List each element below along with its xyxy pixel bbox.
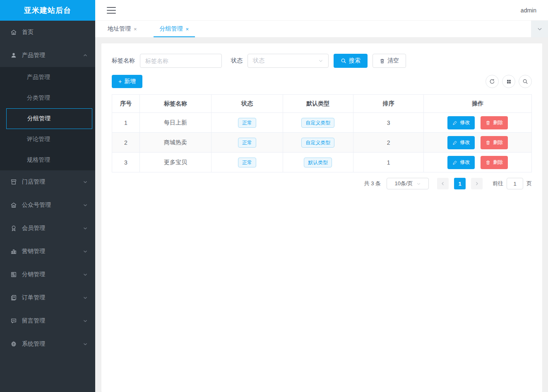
- groups-table: 序号 标签名称 状态 默认类型 排序 操作 1 每日上新 正常 自定义类型 3: [112, 94, 532, 172]
- submenu-item-spec-manage[interactable]: 规格管理: [0, 150, 95, 170]
- type-badge: 默认类型: [304, 158, 332, 167]
- app-logo: 亚米建站后台: [0, 0, 95, 21]
- search-button[interactable]: 搜索: [334, 54, 368, 68]
- trash-icon: [486, 120, 490, 125]
- jump-suffix-label: 页: [526, 180, 532, 187]
- page-size-select[interactable]: 10条/页: [387, 178, 429, 189]
- submenu-item-product-manage[interactable]: 产品管理: [0, 67, 95, 88]
- grid-icon: [506, 79, 512, 84]
- hamburger-icon[interactable]: [107, 7, 116, 14]
- refresh-button[interactable]: [486, 75, 499, 88]
- tag-name-input[interactable]: [140, 54, 222, 68]
- trash-icon: [486, 160, 490, 165]
- sidebar-item-system[interactable]: 系统管理: [0, 332, 95, 356]
- edit-button[interactable]: 修改: [447, 116, 475, 129]
- name-field-label: 标签名称: [112, 57, 135, 65]
- user-icon: [10, 52, 17, 59]
- close-icon[interactable]: ×: [186, 26, 189, 32]
- chevron-down-icon: [83, 295, 88, 300]
- chevron-down-icon: [83, 272, 88, 277]
- columns-button[interactable]: [502, 75, 515, 88]
- message-icon: [10, 318, 17, 324]
- sidebar-item-marketing[interactable]: 营销管理: [0, 240, 95, 263]
- search-icon: [522, 79, 528, 84]
- jump-page-input[interactable]: [507, 178, 523, 189]
- close-icon[interactable]: ×: [134, 26, 137, 32]
- type-badge: 自定义类型: [301, 138, 334, 148]
- tab-bar: 地址管理 × 分组管理 ×: [95, 21, 548, 37]
- chevron-down-icon: [83, 249, 88, 254]
- sidebar-item-distribution[interactable]: 分销管理: [0, 263, 95, 286]
- sidebar-item-label: 分销管理: [22, 271, 45, 278]
- table-toolbar: + 新增: [112, 75, 532, 88]
- sidebar-item-label: 营销管理: [22, 248, 45, 255]
- edit-button[interactable]: 修改: [447, 136, 475, 149]
- col-header-status: 状态: [212, 95, 283, 113]
- prev-page-button[interactable]: [437, 178, 449, 189]
- submenu-item-comment-manage[interactable]: 评论管理: [0, 129, 95, 150]
- content-card: 标签名称 状态 状态 搜索 清空: [101, 43, 542, 392]
- search-icon: [341, 58, 346, 64]
- cell-name: 更多宝贝: [139, 153, 211, 172]
- chevron-right-icon: [474, 181, 479, 186]
- username[interactable]: admin: [521, 7, 536, 14]
- delete-button[interactable]: 删除: [481, 136, 508, 149]
- chevron-down-icon: [318, 58, 323, 63]
- submenu-item-group-manage[interactable]: 分组管理: [6, 108, 92, 129]
- next-page-button[interactable]: [471, 178, 483, 189]
- sidebar-item-messages[interactable]: 留言管理: [0, 309, 95, 332]
- chevron-left-icon: [440, 181, 445, 186]
- pencil-icon: [452, 120, 457, 125]
- sidebar-item-official-account[interactable]: 公众号管理: [0, 194, 95, 217]
- col-header-name: 标签名称: [139, 95, 211, 113]
- refresh-icon: [489, 79, 495, 84]
- trash-icon: [486, 140, 490, 145]
- status-field-label: 状态: [231, 57, 243, 65]
- sidebar-item-label: 首页: [22, 29, 34, 36]
- delete-button[interactable]: 删除: [481, 156, 508, 169]
- news-icon: [10, 271, 17, 278]
- chevron-down-icon: [83, 318, 88, 323]
- tab-group-manage[interactable]: 分组管理 ×: [154, 21, 195, 37]
- add-button[interactable]: + 新增: [112, 75, 142, 88]
- content-area: 标签名称 状态 状态 搜索 清空: [95, 37, 548, 392]
- page-number-active[interactable]: 1: [454, 178, 466, 189]
- cell-no: 2: [112, 133, 140, 153]
- sidebar-item-products[interactable]: 产品管理: [0, 44, 95, 67]
- chevron-up-icon: [83, 53, 88, 58]
- chevron-down-icon: [416, 182, 421, 186]
- chevron-down-icon: [83, 342, 88, 347]
- sidebar-item-stores[interactable]: 门店管理: [0, 170, 95, 194]
- submenu-item-category-manage[interactable]: 分类管理: [0, 88, 95, 108]
- tab-actions-dropdown[interactable]: [531, 21, 548, 37]
- delete-button[interactable]: 删除: [481, 116, 508, 129]
- shop-icon: [10, 179, 17, 185]
- sidebar-item-label: 留言管理: [22, 317, 45, 325]
- chevron-down-icon: [83, 203, 88, 208]
- gear-icon: [10, 341, 17, 347]
- sidebar-item-home[interactable]: 首页: [0, 21, 95, 44]
- status-badge: 正常: [238, 118, 256, 128]
- edit-button[interactable]: 修改: [447, 156, 475, 169]
- clear-button[interactable]: 清空: [373, 54, 406, 68]
- member-icon: [10, 225, 17, 232]
- search-form: 标签名称 状态 状态 搜索 清空: [112, 54, 532, 68]
- sidebar-item-orders[interactable]: 订单管理: [0, 286, 95, 309]
- status-select[interactable]: 状态: [248, 54, 329, 68]
- top-header: admin: [95, 0, 548, 21]
- sidebar-item-label: 订单管理: [22, 294, 45, 301]
- products-submenu: 产品管理 分类管理 分组管理 评论管理 规格管理: [0, 67, 95, 170]
- table-header-row: 序号 标签名称 状态 默认类型 排序 操作: [112, 95, 532, 113]
- chart-icon: [10, 248, 17, 255]
- home-icon: [10, 29, 17, 36]
- tab-address-manage[interactable]: 地址管理 ×: [101, 21, 143, 37]
- chevron-down-icon: [537, 26, 543, 32]
- col-header-type: 默认类型: [283, 95, 353, 113]
- pagination: 共 3 条 10条/页 1 前往 页: [112, 178, 532, 189]
- sidebar-item-members[interactable]: 会员管理: [0, 217, 95, 240]
- toolbar-icons: [486, 75, 532, 88]
- sidebar-item-label: 产品管理: [22, 52, 45, 59]
- status-badge: 正常: [238, 138, 256, 148]
- table-search-button[interactable]: [519, 75, 532, 88]
- sidebar-item-label: 系统管理: [22, 340, 45, 348]
